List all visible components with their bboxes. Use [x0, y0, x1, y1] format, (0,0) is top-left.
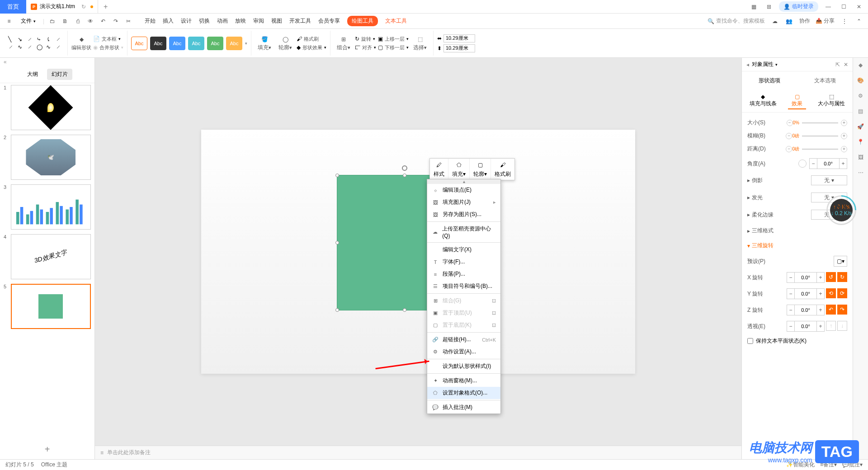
cm-font[interactable]: T字体(F)... — [427, 256, 500, 268]
z-rot-plus[interactable]: + — [816, 305, 825, 315]
resize-handle-n[interactable] — [403, 174, 406, 177]
collapse-ribbon-icon[interactable]: ⌃ — [854, 17, 863, 26]
group-button[interactable]: ⊞组合▾ — [334, 34, 353, 52]
cm-default-shape-style[interactable]: 设为默认形状样式(I) — [427, 360, 500, 372]
angle-minus[interactable]: − — [809, 158, 817, 169]
cloud-icon[interactable]: ☁ — [770, 17, 779, 26]
notes-toggle[interactable]: ≡备注▾ — [820, 461, 837, 469]
cm-paragraph[interactable]: ≡段落(P)... — [427, 268, 500, 280]
side-layers-icon[interactable]: ▤ — [856, 107, 865, 116]
login-badge[interactable]: 👤临时登录 — [779, 1, 818, 12]
side-rocket-icon[interactable]: 🚀 — [856, 122, 865, 131]
blur-minus[interactable]: − — [786, 133, 792, 139]
preset-select[interactable]: ▢▾ — [834, 256, 847, 267]
threed-format-section[interactable]: ▸ 三维格式 — [747, 223, 847, 238]
cm-scroll-up[interactable]: ▴ — [427, 179, 500, 184]
dist-minus[interactable]: − — [786, 146, 792, 152]
preview-icon[interactable]: 👁 — [86, 17, 95, 26]
rotate-handle[interactable] — [402, 165, 407, 171]
dist-slider[interactable] — [802, 149, 838, 150]
cm-insert-comment[interactable]: 💬插入批注(M) — [427, 401, 500, 414]
slide-canvas[interactable] — [201, 130, 635, 374]
mini-style-button[interactable]: 🖊样式 — [430, 159, 448, 180]
y-rot-plus[interactable]: + — [816, 288, 825, 299]
side-more-icon[interactable]: ⋯ — [856, 168, 865, 177]
dist-plus[interactable]: + — [841, 146, 847, 152]
pin-icon[interactable]: ⇱ — [835, 61, 840, 68]
keep-text-flat-checkbox[interactable]: 保持文本平面状态(K) — [747, 337, 807, 345]
outline-button[interactable]: ◯轮廓▾ — [276, 34, 295, 52]
document-tab[interactable]: P 演示文稿1.htm ↻ — [26, 0, 98, 13]
mini-fill-button[interactable]: ⬠填充▾ — [448, 159, 470, 180]
cm-fill-picture[interactable]: 🖼填充图片(J)▸ — [427, 196, 500, 208]
cut-icon[interactable]: ✂ — [124, 17, 133, 26]
maximize-button[interactable]: ☐ — [838, 1, 849, 12]
slide-thumbnail-5[interactable]: 5 — [4, 284, 91, 329]
side-pin-icon[interactable]: 📍 — [856, 137, 865, 146]
width-input[interactable] — [443, 34, 475, 42]
rotate-button[interactable]: ↻旋转▾ — [355, 36, 376, 42]
x-rot-right[interactable]: ↻ — [837, 272, 847, 282]
x-rot-value[interactable]: 0.0° — [795, 272, 816, 283]
close-window-button[interactable]: ✕ — [854, 1, 864, 12]
resize-handle-w[interactable] — [335, 241, 339, 244]
tab-transition[interactable]: 切换 — [199, 17, 210, 25]
redo-icon[interactable]: ↷ — [111, 17, 120, 26]
z-rot-value[interactable]: 0.0° — [795, 305, 816, 315]
z-rot-ccw[interactable]: ↶ — [826, 305, 836, 315]
outline-tab[interactable]: 大纲 — [23, 69, 42, 80]
tab-text-tools[interactable]: 文本工具 — [385, 17, 407, 25]
blur-plus[interactable]: + — [841, 133, 847, 139]
slides-tab[interactable]: 幻灯片 — [47, 69, 72, 80]
collapse-panel-icon[interactable]: « — [0, 58, 94, 66]
shape-gallery[interactable]: ╲↘⟋⤷⤹⟋ ⟋∿⟋◯∿⟋ — [8, 36, 64, 50]
select-button[interactable]: ⬚选择▾ — [410, 34, 429, 52]
apps-icon[interactable]: ⊞ — [764, 1, 774, 12]
style-gallery[interactable]: Abc Abc Abc Abc Abc Abc ▾ — [127, 31, 251, 56]
blur-slider[interactable] — [802, 136, 838, 136]
slide-thumbnail-3[interactable]: 3 — [4, 184, 91, 230]
text-options-tab[interactable]: 文本选项 — [811, 75, 840, 86]
add-slide-button[interactable]: + — [0, 440, 94, 459]
send-backward-button[interactable]: ▢下移一层▾ — [378, 44, 409, 51]
slide-thumbnail-1[interactable]: 1 — [4, 85, 91, 130]
grid-icon[interactable]: ▦ — [748, 1, 759, 12]
side-settings-icon[interactable]: ⚙ — [856, 91, 865, 100]
close-panel-icon[interactable]: ✕ — [844, 61, 848, 68]
height-input[interactable] — [443, 44, 475, 52]
file-menu[interactable]: 文件 ▾ — [17, 15, 39, 27]
smart-beautify-button[interactable]: ✨智能美化 — [786, 461, 815, 469]
persp-minus[interactable]: − — [787, 321, 795, 332]
share-button[interactable]: 📤 分享 — [816, 17, 835, 25]
search-input[interactable]: 🔍 查找命令、搜索模板 — [708, 17, 765, 25]
z-rot-cw[interactable]: ↷ — [837, 305, 847, 315]
size-plus[interactable]: + — [841, 120, 847, 126]
format-painter-button[interactable]: 🖌格式刷 — [297, 36, 326, 42]
more-icon[interactable]: ⋮ — [840, 17, 849, 26]
resize-handle-sw[interactable] — [335, 308, 339, 312]
mini-format-painter-button[interactable]: 🖌格式刷 — [491, 159, 514, 180]
y-rot-up[interactable]: ⟲ — [826, 288, 836, 298]
size-slider[interactable] — [802, 122, 838, 123]
align-button[interactable]: ⫍对齐▾ — [355, 44, 376, 51]
angle-dial[interactable] — [798, 160, 807, 168]
tab-developer[interactable]: 开发工具 — [289, 17, 311, 25]
save-icon[interactable]: 🗀 — [48, 17, 57, 26]
hamburger-icon[interactable]: ≡ — [5, 17, 14, 26]
tab-drawing-tools[interactable]: 绘图工具 — [347, 16, 378, 26]
tab-insert[interactable]: 插入 — [163, 17, 174, 25]
resize-handle-nw[interactable] — [335, 174, 339, 177]
notes-bar[interactable]: ≡ 单击此处添加备注 — [95, 446, 741, 459]
y-rot-down[interactable]: ⟳ — [837, 288, 847, 298]
merge-shapes-button[interactable]: ◉合并形状▾ — [93, 44, 123, 51]
cm-save-as-picture[interactable]: 🖼另存为图片(S)... — [427, 208, 500, 221]
textbox-button[interactable]: 📄文本框▾ — [93, 36, 123, 42]
x-rot-minus[interactable]: − — [787, 272, 795, 283]
minimize-button[interactable]: — — [823, 1, 834, 12]
cm-edit-points[interactable]: ⟐编辑顶点(E) — [427, 184, 500, 196]
side-diamond-icon[interactable]: ◆ — [856, 61, 865, 70]
z-rot-minus[interactable]: − — [787, 305, 795, 315]
size-minus[interactable]: − — [787, 120, 793, 126]
user-icon[interactable]: 👥 — [785, 17, 794, 26]
side-image-icon[interactable]: 🖼 — [856, 153, 865, 162]
